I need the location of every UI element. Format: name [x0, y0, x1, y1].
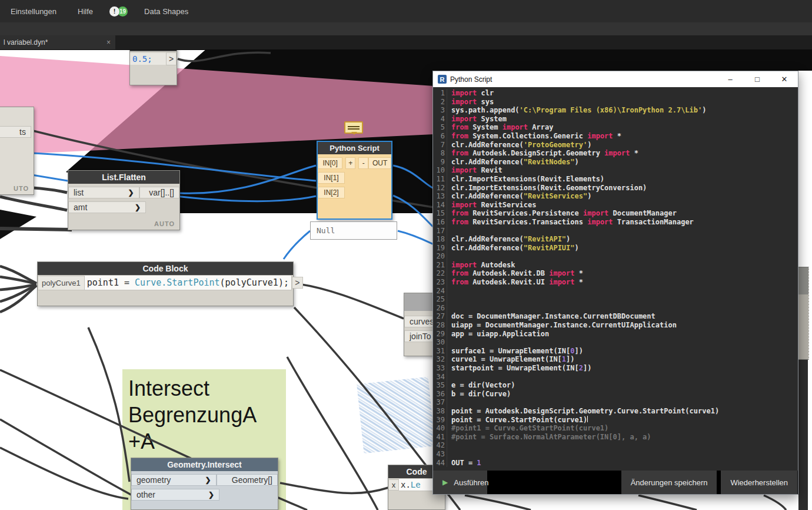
line-number: 42 [433, 441, 447, 450]
code-line[interactable]: 28uiapp = DocumentManager.Instance.Curre… [433, 321, 798, 330]
node-partial-left[interactable]: ts UTO [0, 107, 34, 195]
code-line[interactable]: 14import RevitServices [433, 201, 798, 210]
code-line[interactable]: 36b = dir(Curve) [433, 390, 798, 399]
node-partial-right[interactable] [798, 267, 809, 360]
code-line[interactable]: 7clr.AddReference('ProtoGeometry') [433, 141, 798, 150]
minimize-button[interactable]: – [717, 71, 744, 87]
close-button[interactable]: ✕ [771, 71, 798, 87]
node-header[interactable]: List.Flatten [68, 171, 179, 184]
node-header[interactable]: Geometry.Intersect [131, 458, 278, 471]
line-number: 4 [433, 115, 447, 124]
input-port-polycurve1[interactable]: polyCurve1 [38, 276, 85, 290]
node-code-block-small[interactable]: 0.5; > [129, 45, 177, 85]
code-line[interactable]: 19clr.AddReference("RevitAPIUI") [433, 244, 798, 253]
node-header[interactable]: Code Block [38, 262, 293, 275]
comment-note-icon[interactable] [344, 121, 363, 134]
output-port[interactable]: Geometry[] [217, 474, 278, 486]
line-number: 43 [433, 450, 447, 459]
menu-data-shapes[interactable]: Data Shapes [134, 7, 199, 16]
save-changes-button[interactable]: Änderungen speichern [621, 471, 717, 494]
menu-einstellungen[interactable]: Einstellungen [0, 7, 67, 16]
code-line[interactable]: 34 [433, 373, 798, 382]
input-port-in0[interactable]: IN[0] [318, 157, 342, 169]
output-port[interactable]: > [292, 277, 303, 289]
code-line[interactable]: 17 [433, 227, 798, 236]
input-port-x[interactable]: x [388, 479, 399, 491]
code-line[interactable]: 8from Autodesk.DesignScript.Geometry imp… [433, 149, 798, 158]
remove-input-button[interactable]: - [358, 157, 368, 169]
code-line[interactable]: 4import System [433, 115, 798, 124]
code-line[interactable]: 22from Autodesk.Revit.DB import * [433, 269, 798, 278]
node-python-script[interactable]: Python Script IN[0] + - OUT IN[1] IN[2] [317, 141, 392, 220]
code-editor[interactable]: 1import clr2import sys3sys.path.append('… [433, 87, 798, 471]
revert-button[interactable]: Wiederherstellen [721, 471, 797, 494]
input-port-other[interactable]: other ❯ [131, 489, 219, 501]
code-line[interactable]: 32curve1 = UnwrapElement(IN[1]) [433, 355, 798, 364]
code-token: import [451, 89, 477, 98]
code-line[interactable]: 12clr.ImportExtensions(Revit.GeometryCon… [433, 184, 798, 193]
line-number: 37 [433, 398, 447, 407]
code-line[interactable]: 11clr.ImportExtensions(Revit.Elements) [433, 175, 798, 184]
menu-hilfe[interactable]: Hilfe [67, 7, 104, 16]
code-line[interactable]: 40#point1 = Curve.GetStartPoint(curve1) [433, 424, 798, 433]
code-line[interactable]: 21import Autodesk [433, 261, 798, 270]
code-line[interactable]: 30 [433, 338, 798, 347]
code-line[interactable]: 43 [433, 450, 798, 459]
code-line[interactable]: 13clr.AddReference("RevitServices") [433, 192, 798, 201]
code-line[interactable]: 42 [433, 441, 798, 450]
code-line[interactable]: 38point = Autodesk.DesignScript.Geometry… [433, 407, 798, 416]
menu-bar: Einstellungen Hilfe ! 19 Data Shapes [0, 0, 812, 22]
code-line[interactable]: 15from RevitServices.Persistence import … [433, 209, 798, 218]
node-list-flatten[interactable]: List.Flatten list ❯ var[]..[] amt ❯ AUTO [68, 170, 180, 230]
node-preview-bubble[interactable]: Null [310, 221, 397, 240]
code-line[interactable]: 33startpoint = UnwrapElement(IN[2]) [433, 364, 798, 373]
input-port-amt[interactable]: amt ❯ [68, 201, 146, 213]
maximize-button[interactable]: □ [744, 71, 771, 87]
code-token: clr.AddReference( [451, 244, 524, 253]
code-line[interactable]: 27doc = DocumentManager.Instance.Current… [433, 312, 798, 321]
code-line[interactable]: 1import clr [433, 89, 798, 98]
code-line[interactable]: 24 [433, 287, 798, 296]
output-port-out[interactable]: OUT [368, 157, 391, 169]
code-line[interactable]: 26 [433, 304, 798, 313]
code-line[interactable]: 10import Revit [433, 166, 798, 175]
code-input[interactable]: 0.5; [130, 53, 166, 65]
run-button[interactable]: ▶ Ausführen [433, 471, 487, 494]
editor-title-bar[interactable]: R Python Script – □ ✕ [433, 71, 798, 87]
input-port-list[interactable]: list ❯ [68, 187, 139, 198]
code-input[interactable]: point1 = Curve.StartPoint(polyCurve1); [85, 275, 292, 290]
code-token: from [451, 218, 468, 227]
input-port-geometry[interactable]: geometry ❯ [131, 474, 217, 486]
code-line[interactable]: 23from Autodesk.Revit.UI import * [433, 278, 798, 287]
code-token: app = uiapp.Application [451, 330, 549, 339]
input-port-in2[interactable]: IN[2] [318, 187, 345, 198]
node-geometry-intersect[interactable]: Geometry.Intersect geometry ❯ Geometry[]… [131, 458, 278, 510]
workspace-tab[interactable]: l variabel.dyn* × [0, 35, 115, 49]
code-line[interactable]: 5from System import Array [433, 123, 798, 132]
code-line[interactable]: 18clr.AddReference("RevitAPI") [433, 235, 798, 244]
code-line[interactable]: 31surface1 = UnwrapElement(IN[0]) [433, 347, 798, 356]
output-port[interactable]: ts [0, 126, 31, 138]
code-line[interactable]: 20 [433, 252, 798, 261]
code-line[interactable]: 3sys.path.append('C:\Program Files (x86)… [433, 106, 798, 115]
node-code-block[interactable]: Code Block polyCurve1 point1 = Curve.Sta… [37, 261, 294, 306]
code-line[interactable]: 44OUT = 1 [433, 459, 798, 468]
node-header[interactable]: Python Script [318, 142, 391, 154]
code-line[interactable]: 16from RevitServices.Transactions import… [433, 218, 798, 227]
code-token: #point = Surface.NormalAtParameter(IN[0]… [451, 433, 651, 442]
code-line[interactable]: 9clr.AddReference("RevitNodes") [433, 158, 798, 167]
output-port[interactable]: > [166, 52, 177, 65]
add-input-button[interactable]: + [345, 157, 355, 169]
code-line[interactable]: 37 [433, 398, 798, 407]
code-line[interactable]: 2import sys [433, 98, 798, 107]
code-line[interactable]: 41#point = Surface.NormalAtParameter(IN[… [433, 433, 798, 442]
code-line[interactable]: 39point = Curve.StartPoint(curve1) [433, 416, 798, 425]
code-line[interactable]: 29app = uiapp.Application [433, 330, 798, 339]
notification-badges[interactable]: ! 19 [109, 6, 128, 16]
code-line[interactable]: 25 [433, 295, 798, 304]
tab-close-icon[interactable]: × [107, 38, 111, 47]
input-port-in1[interactable]: IN[1] [318, 172, 345, 184]
output-port[interactable]: var[]..[] [139, 187, 179, 198]
code-line[interactable]: 6from System.Collections.Generic import … [433, 132, 798, 141]
code-line[interactable]: 35e = dir(Vector) [433, 381, 798, 390]
